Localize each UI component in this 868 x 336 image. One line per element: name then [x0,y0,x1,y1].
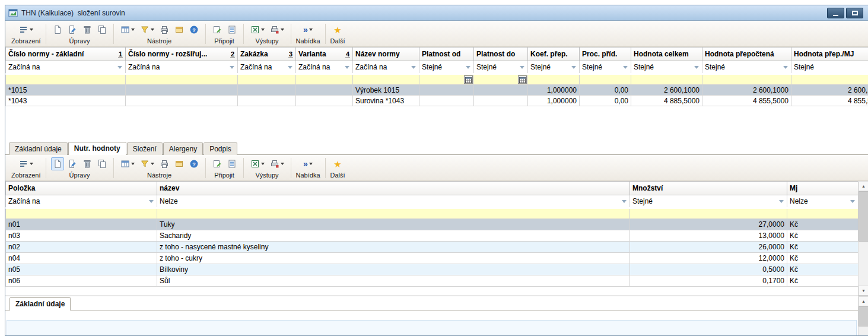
table-row[interactable]: n02 z toho - nasycené mastné kyseliny 26… [6,242,859,253]
filter-input-cell[interactable] [787,208,859,219]
table-row[interactable]: n03 Sacharidy 13,0000 Kč [6,230,859,242]
cell[interactable]: Kč [787,242,859,253]
filter-cell[interactable]: Začíná na [353,61,419,74]
cell[interactable] [238,96,296,106]
cell[interactable]: Sacharidy [157,230,630,242]
cell[interactable]: n06 [6,275,157,287]
filter-cell[interactable]: Začíná na [6,195,157,208]
column-header-varianta[interactable]: Varianta4 [296,47,353,61]
filter-cell[interactable]: Začíná na [126,61,238,74]
copy-button[interactable] [96,23,109,36]
edit-button[interactable] [66,23,79,36]
column-header-hodnota-prepoctena[interactable]: Hodnota přepočtená [702,47,791,61]
filter-cell[interactable]: Stejné [791,61,868,74]
excel-export-button[interactable] [249,157,266,170]
filter-cell[interactable]: Stejné [528,61,580,74]
cell[interactable]: 0,00 [580,96,631,106]
cell[interactable]: 1,000000 [528,96,580,106]
filter-cell[interactable]: Začíná na [296,61,353,74]
column-header-hodnota-prep-mj[interactable]: Hodnota přep./MJ [791,47,868,61]
column-header-cislo-normy-zakladni[interactable]: Číslo normy - základní1 [6,47,126,61]
tab-podpis[interactable]: Podpis [204,142,237,155]
column-header-koef-prep[interactable]: Koef. přep. [528,47,580,61]
print-export-button[interactable] [268,157,286,170]
calendar-button[interactable] [464,75,473,84]
scroll-down-button[interactable]: ▼ [859,286,868,296]
scroll-up-button[interactable]: ▲ [859,181,868,191]
cell[interactable]: n04 [6,253,157,264]
column-header-proc-prid[interactable]: Proc. příd. [580,47,631,61]
filter-input-cell[interactable] [296,74,353,85]
column-header-zakazka[interactable]: Zakázka3 [238,47,296,61]
attach-list-button[interactable] [225,157,239,170]
filter-cell[interactable]: Stejné [630,195,787,208]
filter-input-cell[interactable] [126,74,238,85]
filter-cell[interactable]: Stejné [631,61,702,74]
cell[interactable]: 26,0000 [630,242,787,253]
filter-cell[interactable]: Začíná na [6,61,126,74]
zobrazeni-menu-button[interactable] [17,157,35,170]
cell[interactable] [296,85,353,96]
filter-cell[interactable]: Nelze [787,195,859,208]
cell[interactable]: 0,00 [580,85,631,96]
filter-input-cell-platnost-od[interactable] [419,74,474,85]
cell[interactable] [474,85,528,96]
cell[interactable]: Sůl [157,275,630,287]
cell[interactable]: 4 885,5000 [631,96,702,106]
columns-button[interactable] [119,23,136,36]
cell[interactable]: 2 600,1000 [702,85,791,96]
table-row[interactable]: n01 Tuky 27,0000 Kč [6,219,859,230]
new-button[interactable] [51,23,64,36]
edit-button[interactable] [66,157,79,170]
new-button[interactable] [51,157,64,170]
filter-cell[interactable]: Začíná na [238,61,296,74]
column-header-nazev[interactable]: název [157,182,630,195]
cell[interactable]: n05 [6,264,157,275]
maximize-button[interactable] [846,8,863,18]
filter-input-cell[interactable] [353,74,419,85]
cell[interactable]: 12,0000 [630,253,787,264]
column-header-mnozstvi[interactable]: Množství [630,182,787,195]
cell[interactable] [419,96,474,106]
tab-alergeny[interactable]: Alergeny [163,142,203,155]
print-button[interactable] [158,23,171,36]
attach-list-button[interactable] [225,23,239,36]
cell[interactable] [296,96,353,106]
tab-slozeni[interactable]: Složení [127,142,163,155]
copy-button[interactable] [96,157,109,170]
table-row[interactable]: n04 z toho - cukry 12,0000 Kč [6,253,859,264]
minimize-button[interactable] [827,8,844,18]
filter-input-cell[interactable] [157,208,630,219]
cell[interactable]: Tuky [157,219,630,230]
column-header-hodnota-celkem[interactable]: Hodnota celkem [631,47,702,61]
cell[interactable] [238,85,296,96]
cell[interactable]: z toho - cukry [157,253,630,264]
filter-input-cell[interactable] [528,74,580,85]
window-button[interactable] [173,23,186,36]
cell[interactable] [126,96,238,106]
star-button[interactable]: ★ [331,157,344,170]
column-header-polozka[interactable]: Položka [6,182,157,195]
cell[interactable]: 27,0000 [630,219,787,230]
filter-cell[interactable]: Nelze [157,195,630,208]
filter-input-cell[interactable] [631,74,702,85]
filter-button[interactable] [138,157,156,170]
cell[interactable]: n01 [6,219,157,230]
delete-button[interactable] [81,23,94,36]
filter-input-cell[interactable] [580,74,631,85]
cell[interactable]: 2 600,1000 [631,85,702,96]
cell[interactable]: *1043 [6,96,126,106]
filter-input-cell[interactable] [6,208,157,219]
cell[interactable]: 1,000000 [528,85,580,96]
cell[interactable]: Bílkoviny [157,264,630,275]
cell[interactable]: Kč [787,264,859,275]
cell[interactable]: z toho - nasycené mastné kyseliny [157,242,630,253]
cell[interactable] [126,85,238,96]
menu-more-button[interactable]: » [301,23,314,36]
help-button[interactable]: ? [187,23,201,36]
filter-input-cell[interactable] [238,74,296,85]
print-button[interactable] [158,157,171,170]
column-header-nazev-normy[interactable]: Název normy [353,47,419,61]
tab-nutr-hodnoty[interactable]: Nutr. hodnoty [68,142,126,155]
cell[interactable]: Kč [787,275,859,287]
